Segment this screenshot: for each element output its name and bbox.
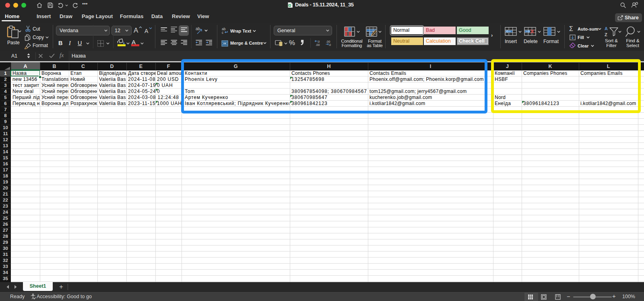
svg-text:Z: Z: [605, 32, 607, 37]
svg-text:c: c: [222, 31, 224, 34]
svg-text:.00: .00: [316, 43, 320, 46]
svg-text:.0: .0: [328, 43, 331, 46]
svg-text:ab: ab: [196, 27, 200, 31]
svg-text:A: A: [605, 26, 608, 31]
